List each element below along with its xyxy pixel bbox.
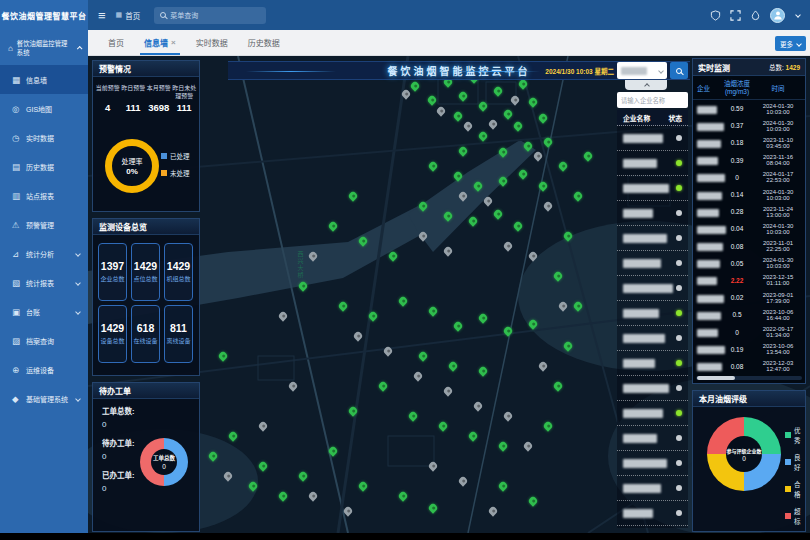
col-concentration: 油烟浓度(mg/m3) (723, 80, 751, 96)
reading-time: 2023-10-06 13:54:00 (751, 343, 805, 355)
enterprise-name-input[interactable]: 请输入企业名称 (617, 92, 688, 108)
device-stat-box[interactable]: 1429设备总数 (98, 305, 127, 363)
scrollbar-thumb[interactable] (697, 376, 735, 380)
enterprise-list-row[interactable] (617, 176, 688, 201)
enterprise-list-row[interactable] (617, 401, 688, 426)
sidebar-item-历史数据[interactable]: ▤历史数据 (0, 152, 88, 181)
realtime-row[interactable]: 02024-01-17 22:53:00 (693, 169, 805, 186)
sidebar-item-站点报表[interactable]: ▥站点报表 (0, 181, 88, 210)
chevron-down-icon (75, 251, 81, 257)
collapse-panel-tab[interactable] (625, 80, 667, 90)
warning-stat-label: 昨日预警 (121, 85, 147, 100)
shield-icon[interactable] (710, 10, 721, 21)
legend-swatch (785, 513, 791, 519)
sidebar-item-运维设备[interactable]: ⊕运维设备 (0, 355, 88, 384)
topbar-home-tab[interactable]: ▦ 首页 (116, 10, 141, 21)
realtime-row[interactable]: 0.142024-01-30 10:03:00 (693, 186, 805, 203)
tab-label: 历史数据 (248, 37, 280, 48)
menu-search-input[interactable]: 菜单查询 (154, 7, 266, 24)
blurred-enterprise-name (693, 289, 723, 307)
workorder-stat-value: 0 (102, 484, 135, 493)
hamburger-menu-icon[interactable]: ≡ (98, 8, 106, 23)
enterprise-list-row[interactable] (617, 126, 688, 151)
enterprise-list-row[interactable] (617, 301, 688, 326)
realtime-row[interactable]: 0.282023-11-24 13:00:00 (693, 203, 805, 220)
concentration-value: 0.08 (723, 243, 751, 250)
stat-analysis-icon: ⊿ (12, 249, 26, 259)
sidebar-item-label: 统计分析 (26, 249, 54, 259)
enterprise-list-row[interactable] (617, 276, 688, 301)
sidebar-system-header[interactable]: ⌂ 餐饮油烟监控管理系统 (0, 30, 88, 65)
enterprise-list-row[interactable] (617, 251, 688, 276)
device-stat-box[interactable]: 811离线设备 (164, 305, 193, 363)
tab-首页[interactable]: 首页 (98, 37, 134, 55)
concentration-value: 0.05 (723, 260, 751, 267)
map-search-button[interactable] (670, 62, 688, 79)
realtime-row[interactable]: 0.182023-11-10 03:45:00 (693, 134, 805, 151)
realtime-row[interactable]: 0.022023-09-01 17:39:00 (693, 289, 805, 306)
enterprise-list-row[interactable] (617, 451, 688, 476)
tab-label: 实时数据 (196, 37, 228, 48)
legend-swatch (785, 486, 791, 492)
enterprise-list-row[interactable] (617, 501, 688, 526)
blurred-enterprise-name (693, 186, 723, 204)
realtime-row[interactable]: 0.372024-01-30 10:03:00 (693, 117, 805, 134)
tab-信息墙[interactable]: 信息墙× (134, 37, 186, 55)
enterprise-list-row[interactable] (617, 476, 688, 501)
blurred-enterprise-name (623, 184, 669, 193)
realtime-row[interactable]: 2.222023-12-15 01:11:00 (693, 272, 805, 289)
realtime-row[interactable]: 02022-09-17 01:34:00 (693, 323, 805, 340)
device-stat-box[interactable]: 1429点位总数 (131, 243, 160, 301)
enterprise-list-row[interactable] (617, 151, 688, 176)
home-icon: ⌂ (8, 44, 13, 53)
realtime-row[interactable]: 0.082023-11-01 22:25:00 (693, 238, 805, 255)
horizontal-scrollbar[interactable] (696, 376, 802, 380)
realtime-row[interactable]: 0.082023-12-03 12:47:00 (693, 358, 805, 375)
process-rate-donut: 处理率 0% (105, 139, 159, 193)
realtime-row[interactable]: 0.192023-10-06 13:54:00 (693, 341, 805, 358)
base-system-icon: ◆ (12, 394, 26, 404)
enterprise-list-row[interactable] (617, 351, 688, 376)
realtime-row[interactable]: 0.042024-01-30 10:03:00 (693, 220, 805, 237)
realtime-row[interactable]: 0.392023-11-16 08:04:00 (693, 152, 805, 169)
device-stat-box[interactable]: 1397企业总数 (98, 243, 127, 301)
status-dot-gray (676, 285, 682, 291)
sidebar-item-基础管理系统[interactable]: ◆基础管理系统 (0, 384, 88, 413)
sidebar-item-统计报表[interactable]: ▧统计报表 (0, 268, 88, 297)
close-icon[interactable]: × (171, 38, 176, 47)
chevron-down-icon[interactable] (795, 12, 801, 18)
blurred-enterprise-name (693, 117, 723, 135)
realtime-row[interactable]: 0.052024-01-30 10:03:00 (693, 255, 805, 272)
sidebar-item-统计分析[interactable]: ⊿统计分析 (0, 239, 88, 268)
sidebar-item-信息墙[interactable]: ▦信息墙 (0, 65, 88, 94)
enterprise-list-row[interactable] (617, 326, 688, 351)
tab-历史数据[interactable]: 历史数据 (238, 37, 290, 55)
sidebar-item-台账[interactable]: ▣台账 (0, 297, 88, 326)
sidebar-item-GIS地图[interactable]: ◎GIS地图 (0, 94, 88, 123)
enterprise-list-row[interactable] (617, 226, 688, 251)
sidebar-item-档案查询[interactable]: ▨档案查询 (0, 326, 88, 355)
workorder-panel-title: 待办工单 (93, 383, 199, 399)
user-avatar[interactable] (770, 8, 785, 23)
concentration-value: 0.5 (723, 311, 751, 318)
device-stat-box[interactable]: 618在线设备 (131, 305, 160, 363)
blurred-enterprise-name (693, 271, 723, 289)
blurred-enterprise-name (623, 359, 655, 368)
realtime-monitor-panel: 实时监测 总数: 1429 企业 油烟浓度(mg/m3) 时间 0.592024… (692, 58, 806, 384)
enterprise-list-row[interactable] (617, 426, 688, 451)
sidebar-item-实时数据[interactable]: ◷实时数据 (0, 123, 88, 152)
enterprise-list: 企业名称 状态 (617, 110, 688, 528)
sidebar-item-预警管理[interactable]: ⚠预警管理 (0, 210, 88, 239)
device-stat-box[interactable]: 1429机组总数 (164, 243, 193, 301)
flame-icon[interactable] (750, 10, 761, 21)
enterprise-filter-select[interactable] (617, 62, 667, 79)
realtime-row[interactable]: 0.592024-01-30 10:03:00 (693, 100, 805, 117)
tab-实时数据[interactable]: 实时数据 (186, 37, 238, 55)
fullscreen-icon[interactable] (730, 10, 741, 21)
realtime-row[interactable]: 0.52023-10-06 16:44:00 (693, 306, 805, 323)
more-button[interactable]: 更多 (775, 36, 806, 51)
enterprise-list-row[interactable] (617, 201, 688, 226)
status-dot-gray (676, 235, 682, 241)
realtime-total: 总数: 1429 (769, 62, 800, 72)
enterprise-list-row[interactable] (617, 376, 688, 401)
